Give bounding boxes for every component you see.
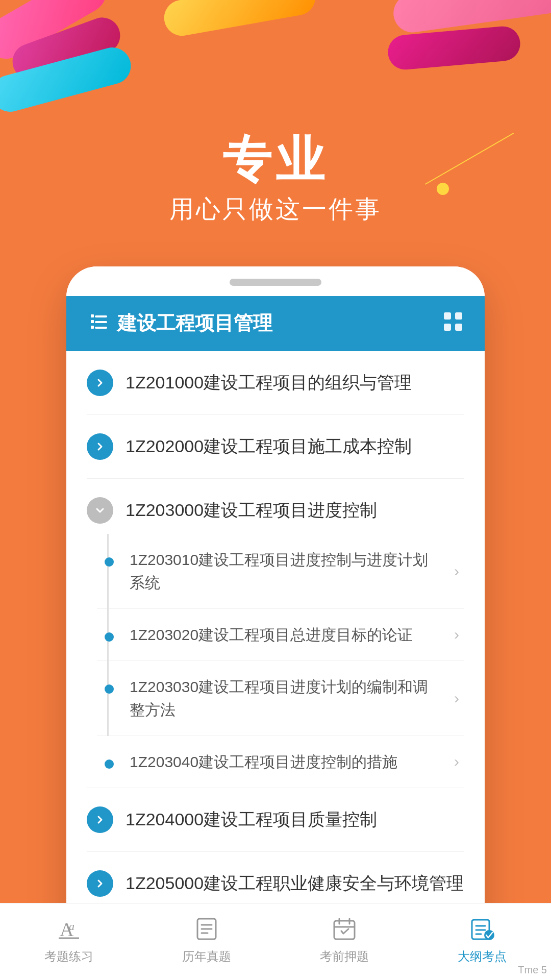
submenu-item-1z203020-label: 1Z203020建设工程项目总进度目标的论证	[130, 623, 464, 646]
grid-icon[interactable]	[442, 310, 464, 337]
arrow-right-1: ›	[454, 562, 459, 580]
list-header[interactable]: 建设工程项目管理	[66, 296, 485, 351]
hero-title: 专业	[0, 133, 551, 187]
svg-rect-5	[95, 327, 107, 329]
svg-rect-17	[334, 921, 355, 939]
hero-subtitle: 用心只做这一件事	[0, 193, 551, 226]
svg-rect-3	[95, 321, 107, 323]
tme-label-container: Tme 5	[495, 937, 551, 980]
arrow-right-3: ›	[454, 690, 459, 707]
submenu-item-1z203020[interactable]: 1Z203020建设工程项目总进度目标的论证 ›	[97, 609, 464, 661]
tab-past-icon	[191, 914, 222, 944]
timeline-dot-3	[105, 684, 114, 694]
tab-practice[interactable]: A a 考题练习	[0, 914, 138, 965]
svg-text:a: a	[69, 920, 74, 933]
tab-pre-label: 考前押题	[320, 948, 369, 965]
tab-pre-icon	[329, 914, 360, 944]
submenu-item-1z203040-label: 1Z203040建设工程项目进度控制的措施	[130, 750, 464, 773]
menu-item-1z203000-group: 1Z203000建设工程项目进度控制 1Z203010建设工程项目进度控制与进度…	[87, 479, 464, 788]
svg-rect-0	[91, 314, 94, 317]
menu-item-1z202000-label: 1Z202000建设工程项目施工成本控制	[126, 434, 464, 459]
svg-rect-6	[444, 312, 451, 320]
chevron-circle-3	[87, 497, 113, 524]
tme-label: Tme 5	[518, 964, 547, 976]
timeline-dot-4	[105, 760, 114, 769]
submenu-item-1z203010[interactable]: 1Z203010建设工程项目进度控制与进度计划系统 ›	[97, 534, 464, 609]
hero-section: 专业 用心只做这一件事	[0, 0, 551, 226]
menu-item-1z205000-label: 1Z205000建设工程职业健康安全与环境管理	[126, 871, 464, 896]
svg-rect-1	[95, 315, 107, 317]
arrow-right-2: ›	[454, 626, 459, 643]
svg-rect-8	[444, 324, 451, 331]
tab-bar: A a 考题练习 历年真题 考前	[0, 903, 551, 980]
phone-notch	[66, 266, 485, 296]
menu-item-1z201000[interactable]: 1Z201000建设工程项目的组织与管理	[87, 351, 464, 415]
submenu-item-1z203030-label: 1Z203030建设工程项目进度计划的编制和调整方法	[130, 675, 464, 721]
menu-item-1z202000[interactable]: 1Z202000建设工程项目施工成本控制	[87, 415, 464, 479]
submenu-1z203000: 1Z203010建设工程项目进度控制与进度计划系统 › 1Z203020建设工程…	[87, 534, 464, 788]
arrow-right-4: ›	[454, 753, 459, 770]
list-menu-icon	[87, 313, 107, 334]
submenu-item-1z203010-label: 1Z203010建设工程项目进度控制与进度计划系统	[130, 548, 464, 594]
menu-item-1z204000[interactable]: 1Z204000建设工程项目质量控制	[87, 788, 464, 852]
svg-rect-7	[455, 312, 462, 320]
chevron-circle-5	[87, 870, 113, 897]
tab-past-label: 历年真题	[182, 948, 231, 965]
svg-rect-4	[91, 326, 94, 329]
timeline-dot-2	[105, 632, 114, 642]
notch-bar	[230, 279, 321, 286]
tab-outline-icon	[467, 914, 497, 944]
submenu-item-1z203030[interactable]: 1Z203030建设工程项目进度计划的编制和调整方法 ›	[97, 661, 464, 736]
timeline-line-1	[107, 534, 109, 609]
menu-item-1z203000-label: 1Z203000建设工程项目进度控制	[126, 498, 464, 523]
timeline-dot-1	[105, 557, 114, 567]
phone-card: 建设工程项目管理 1Z201000建设工程项目的组织与管理 1Z202000建设	[66, 266, 485, 980]
menu-item-1z203000[interactable]: 1Z203000建设工程项目进度控制	[87, 479, 464, 534]
menu-item-1z201000-label: 1Z201000建设工程项目的组织与管理	[126, 371, 464, 395]
svg-rect-2	[91, 320, 94, 323]
list-header-title: 建设工程项目管理	[117, 310, 272, 336]
tab-past[interactable]: 历年真题	[138, 914, 276, 965]
submenu-item-1z203040[interactable]: 1Z203040建设工程项目进度控制的措施 ›	[97, 736, 464, 788]
tab-pre[interactable]: 考前押题	[276, 914, 413, 965]
svg-rect-9	[455, 324, 462, 331]
chevron-circle-2	[87, 433, 113, 460]
tab-practice-label: 考题练习	[44, 948, 93, 965]
chevron-circle-4	[87, 806, 113, 833]
chevron-circle-1	[87, 370, 113, 396]
timeline-line-3	[107, 661, 109, 736]
menu-item-1z204000-label: 1Z204000建设工程项目质量控制	[126, 807, 464, 832]
menu-list: 1Z201000建设工程项目的组织与管理 1Z202000建设工程项目施工成本控…	[66, 351, 485, 979]
tab-practice-icon: A a	[54, 914, 84, 944]
list-header-left: 建设工程项目管理	[87, 310, 272, 336]
